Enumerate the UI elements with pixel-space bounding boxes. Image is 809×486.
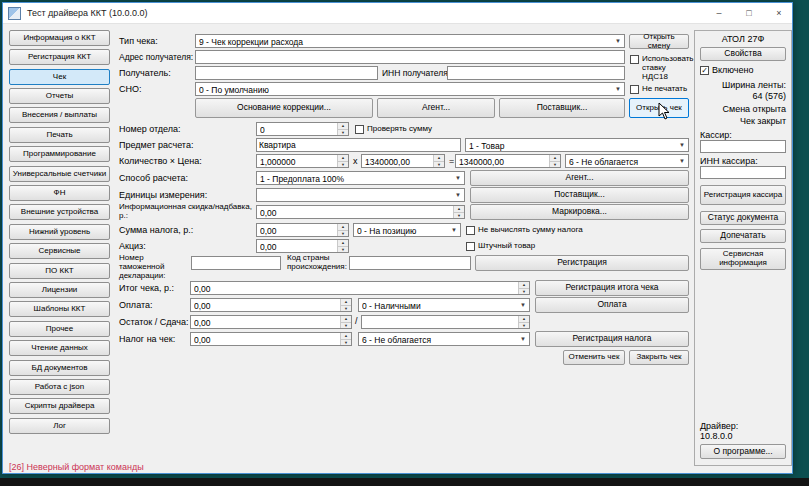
sidebar-item-programming[interactable]: Программирование — [9, 146, 110, 162]
sidebar-item-json[interactable]: Работа с json — [9, 379, 110, 395]
change-stepper[interactable]: ▲▼ — [361, 315, 530, 329]
spin-down-icon[interactable]: ▼ — [338, 130, 348, 136]
sidebar-item-deposits[interactable]: Внесения / выплаты — [9, 107, 110, 123]
no-print-checkbox[interactable]: Не печатать — [630, 84, 687, 94]
supplier-top-button[interactable]: Поставщик... — [499, 98, 625, 118]
agent-button[interactable]: Агент... — [470, 170, 689, 186]
spin-down-icon[interactable]: ▼ — [341, 340, 351, 346]
cashier-input[interactable] — [700, 140, 786, 153]
sidebar-item-check[interactable]: Чек — [9, 69, 110, 85]
minimize-button[interactable]: – — [704, 3, 734, 24]
cancel-check-button[interactable]: Отменить чек — [563, 350, 625, 365]
spinner-arrows[interactable]: ▲▼ — [340, 299, 351, 311]
cashier-inn-input[interactable] — [700, 166, 786, 179]
discount-stepper[interactable]: 0,00 ▲▼ — [256, 205, 465, 219]
sidebar-item-licenses[interactable]: Лицензии — [9, 282, 110, 298]
check-tax-type-select[interactable]: 6 - Не облагается ▼ — [358, 332, 530, 346]
reprint-button[interactable]: Допечатать — [700, 229, 786, 243]
units-select[interactable]: ▼ — [256, 188, 465, 202]
sno-select[interactable]: 0 - По умолчанию ▼ — [195, 82, 625, 96]
properties-button[interactable]: Свойства — [700, 47, 786, 61]
spinner-arrows[interactable]: ▲▼ — [549, 155, 560, 167]
position-sum-stepper[interactable]: 1340000,00 ▲▼ — [455, 154, 561, 168]
total-stepper[interactable]: 0,00 ▲▼ — [190, 281, 530, 295]
subject-type-select[interactable]: 1 - Товар ▼ — [465, 138, 689, 152]
recipient-input[interactable] — [195, 66, 378, 80]
sidebar-item-kkt-templates[interactable]: Шаблоны ККТ — [9, 301, 110, 317]
price-stepper[interactable]: 1340000,00 ▲▼ — [361, 154, 445, 168]
spin-down-icon[interactable]: ▼ — [338, 247, 348, 253]
sidebar-item-doc-db[interactable]: БД документов — [9, 360, 110, 376]
sidebar-item-low-level[interactable]: Нижний уровень — [9, 224, 110, 240]
service-info-button[interactable]: Сервисная информация — [700, 248, 786, 270]
verify-sum-checkbox[interactable]: Проверять сумму — [355, 124, 432, 134]
chevron-down-icon[interactable]: ▼ — [452, 189, 464, 201]
department-stepper[interactable]: 0 ▲▼ — [256, 122, 349, 136]
spinner-arrows[interactable]: ▲▼ — [337, 240, 348, 252]
sidebar-item-fn[interactable]: ФН — [9, 185, 110, 201]
spin-down-icon[interactable]: ▼ — [341, 306, 351, 312]
country-input[interactable] — [349, 256, 471, 270]
no-tax-calc-checkbox[interactable]: Не вычислять сумму налога — [466, 225, 583, 235]
payment-button[interactable]: Оплата — [535, 297, 689, 313]
close-check-button[interactable]: Закрыть чек — [629, 350, 689, 365]
agent-top-button[interactable]: Агент... — [377, 98, 495, 118]
quantity-stepper[interactable]: 1,000000 ▲▼ — [256, 154, 349, 168]
spin-down-icon[interactable]: ▼ — [338, 162, 348, 168]
sidebar-item-other[interactable]: Прочее — [9, 321, 110, 337]
subject-input[interactable] — [256, 138, 461, 152]
chevron-down-icon[interactable]: ▼ — [612, 83, 624, 95]
sidebar-item-universal-counters[interactable]: Универсальные счетчики — [9, 166, 110, 182]
spin-down-icon[interactable]: ▼ — [434, 162, 444, 168]
sidebar-item-read-data[interactable]: Чтение данных — [9, 340, 110, 356]
sidebar-item-print[interactable]: Печать — [9, 127, 110, 143]
open-shift-button[interactable]: Открыть смену — [629, 34, 689, 49]
payment-stepper[interactable]: 0,00 ▲▼ — [190, 298, 352, 312]
tax-registration-button[interactable]: Регистрация налога — [535, 331, 689, 347]
correction-basis-button[interactable]: Основание коррекции... — [195, 98, 373, 118]
spinner-arrows[interactable]: ▲▼ — [518, 316, 529, 328]
maximize-button[interactable]: □ — [734, 3, 764, 24]
remainder-stepper[interactable]: 0,00 ▲▼ — [190, 315, 352, 329]
spinner-arrows[interactable]: ▲▼ — [337, 155, 348, 167]
total-registration-button[interactable]: Регистрация итога чека — [535, 280, 689, 296]
cashier-registration-button[interactable]: Регистрация кассира — [700, 185, 786, 205]
sidebar-item-reports[interactable]: Отчеты — [9, 88, 110, 104]
chevron-down-icon[interactable]: ▼ — [452, 172, 464, 184]
about-button[interactable]: О программе... — [700, 444, 786, 459]
check-type-select[interactable]: 9 - Чек коррекции расхода ▼ — [195, 34, 625, 48]
vat18-checkbox[interactable]: Использовать ставку НДС18 — [630, 54, 692, 82]
chevron-down-icon[interactable]: ▼ — [676, 155, 688, 167]
marking-button[interactable]: Маркировка... — [470, 204, 689, 220]
spinner-arrows[interactable]: ▲▼ — [453, 206, 464, 218]
spinner-arrows[interactable]: ▲▼ — [337, 123, 348, 135]
spinner-arrows[interactable]: ▲▼ — [337, 224, 348, 236]
chevron-down-icon[interactable]: ▼ — [676, 139, 688, 151]
supplier-button[interactable]: Поставщик... — [470, 187, 689, 203]
spin-down-icon[interactable]: ▼ — [550, 162, 560, 168]
spinner-arrows[interactable]: ▲▼ — [340, 333, 351, 345]
piece-goods-checkbox[interactable]: Штучный товар — [466, 241, 535, 251]
method-select[interactable]: 1 - Предоплата 100% ▼ — [256, 171, 465, 185]
sidebar-item-log[interactable]: Лог — [9, 418, 110, 434]
customs-input[interactable] — [191, 256, 281, 270]
sidebar-item-kkt-software[interactable]: ПО ККТ — [9, 263, 110, 279]
chevron-down-icon[interactable]: ▼ — [517, 333, 529, 345]
chevron-down-icon[interactable]: ▼ — [612, 35, 624, 47]
chevron-down-icon[interactable]: ▼ — [448, 224, 460, 236]
close-button[interactable]: × — [764, 3, 794, 24]
spin-down-icon[interactable]: ▼ — [341, 323, 351, 329]
spinner-arrows[interactable]: ▲▼ — [340, 316, 351, 328]
position-tax-select[interactable]: 6 - Не облагается ▼ — [565, 154, 689, 168]
sidebar-item-kkt-info[interactable]: Информация о ККТ — [9, 30, 110, 46]
excise-stepper[interactable]: 0,00 ▲▼ — [256, 239, 349, 253]
spin-down-icon[interactable]: ▼ — [519, 323, 529, 329]
registration-button[interactable]: Регистрация — [475, 255, 689, 271]
payment-type-select[interactable]: 0 - Наличными ▼ — [358, 298, 530, 312]
enabled-checkbox[interactable]: ✓ Включено — [700, 65, 754, 75]
spinner-arrows[interactable]: ▲▼ — [518, 282, 529, 294]
inn-input[interactable] — [447, 66, 625, 80]
spin-down-icon[interactable]: ▼ — [454, 213, 464, 219]
sidebar-item-service[interactable]: Сервисные — [9, 243, 110, 259]
tax-mode-select[interactable]: 0 - На позицию ▼ — [353, 223, 461, 237]
